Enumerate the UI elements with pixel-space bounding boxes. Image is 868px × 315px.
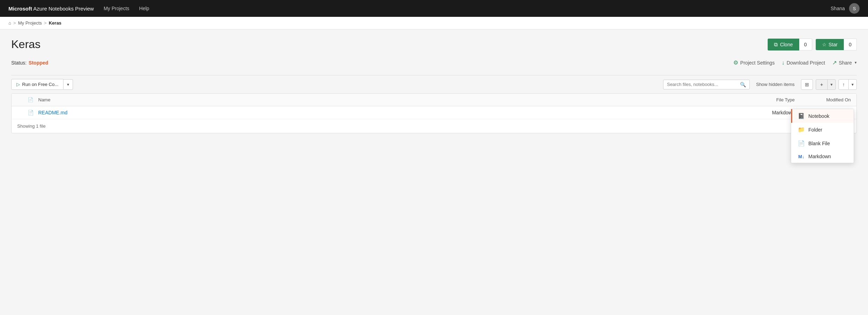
row-filetype: Markdown xyxy=(742,110,795,115)
add-group: + ▾ xyxy=(816,79,836,90)
upload-icon: ↑ xyxy=(842,82,845,87)
project-settings-label: Project Settings xyxy=(740,60,775,66)
dropdown-item-folder[interactable]: 📁 Folder xyxy=(791,123,854,136)
status-actions: ⚙ Project Settings ↓ Download Project ↗ … xyxy=(733,59,857,66)
clone-label: Clone xyxy=(780,42,793,47)
run-caret-button[interactable]: ▾ xyxy=(64,79,73,90)
share-button[interactable]: ↗ Share ▾ xyxy=(832,59,857,66)
brand-microsoft: Microsoft xyxy=(8,6,32,12)
grid-view-button[interactable]: ⊞ xyxy=(801,79,813,90)
star-label: Star xyxy=(829,42,838,47)
status-bar: Status: Stopped ⚙ Project Settings ↓ Dow… xyxy=(11,56,857,69)
breadcrumb-current: Keras xyxy=(49,20,61,26)
clone-icon: ⧉ xyxy=(774,41,778,48)
table-row: 📄 README.md Markdown Feb 10, 20 xyxy=(12,106,856,119)
col-icon-header: 📄 xyxy=(28,97,38,102)
dropdown-menu: 📓 Notebook 📁 Folder 📄 Blank File M↓ Mark… xyxy=(791,109,854,163)
breadcrumb-sep-1: > xyxy=(13,20,16,26)
file-icon: 📄 xyxy=(28,110,34,115)
status-label: Status: xyxy=(11,60,27,66)
notebook-label: Notebook xyxy=(808,113,829,119)
table-header: 📄 Name File Type Modified On xyxy=(12,94,856,106)
main-content: Keras ⧉ Clone 0 ☆ Star 0 Status: Stopped… xyxy=(0,29,868,315)
star-button[interactable]: ☆ Star xyxy=(816,39,844,50)
project-title: Keras xyxy=(11,38,41,51)
clone-count: 0 xyxy=(799,39,812,51)
star-count: 0 xyxy=(844,39,857,51)
upload-caret-icon: ▾ xyxy=(852,82,854,87)
toolbar-right: 🔍 Show hidden items ⊞ + ▾ ↑ ▾ xyxy=(663,79,857,90)
breadcrumb: ⌂ > My Projects > Keras xyxy=(0,17,868,29)
search-input[interactable] xyxy=(667,82,737,87)
col-filetype-header: File Type xyxy=(742,97,795,102)
notebook-icon: 📓 xyxy=(798,113,805,119)
download-icon: ↓ xyxy=(782,60,784,66)
home-icon[interactable]: ⌂ xyxy=(8,20,11,26)
add-caret-icon: ▾ xyxy=(830,82,833,87)
row-filename[interactable]: README.md xyxy=(38,110,742,115)
search-box: 🔍 xyxy=(663,80,750,89)
search-icon: 🔍 xyxy=(740,82,746,87)
navbar-right: Shana S xyxy=(831,3,860,14)
row-file-icon: 📄 xyxy=(28,110,38,115)
download-project-button[interactable]: ↓ Download Project xyxy=(782,60,825,66)
avatar-initial: S xyxy=(853,6,856,11)
share-icon: ↗ xyxy=(832,59,837,66)
clone-button[interactable]: ⧉ Clone xyxy=(768,39,799,51)
folder-icon: 📁 xyxy=(798,126,805,133)
dropdown-item-markdown[interactable]: M↓ Markdown xyxy=(791,150,854,163)
run-label: Run on Free Co... xyxy=(22,82,58,87)
breadcrumb-sep-2: > xyxy=(44,20,47,26)
status-value: Stopped xyxy=(29,60,48,66)
file-icon-header: 📄 xyxy=(28,97,33,102)
file-table: 📄 Name File Type Modified On 📄 README.md… xyxy=(11,93,857,133)
nav-my-projects[interactable]: My Projects xyxy=(104,6,129,11)
navbar-left: Microsoft Azure Notebooks Preview My Pro… xyxy=(8,6,149,12)
share-caret-icon: ▾ xyxy=(855,60,857,65)
folder-label: Folder xyxy=(808,127,822,133)
toolbar-left: ▷ Run on Free Co... ▾ xyxy=(11,79,73,90)
navbar-brand: Microsoft Azure Notebooks Preview xyxy=(8,6,94,12)
brand-rest: Azure Notebooks Preview xyxy=(32,6,94,12)
grid-icon: ⊞ xyxy=(805,82,809,87)
upload-caret-button[interactable]: ▾ xyxy=(849,80,856,89)
showing-count: Showing 1 file xyxy=(12,119,856,133)
col-modified-header: Modified On xyxy=(795,97,851,102)
user-name: Shana xyxy=(831,6,845,11)
status-left: Status: Stopped xyxy=(11,60,48,66)
dropdown-item-notebook[interactable]: 📓 Notebook xyxy=(791,109,854,123)
share-label: Share xyxy=(839,60,852,66)
col-name-header: Name xyxy=(38,97,742,102)
dropdown-item-blank[interactable]: 📄 Blank File xyxy=(791,136,854,150)
breadcrumb-my-projects[interactable]: My Projects xyxy=(18,20,42,26)
settings-icon: ⚙ xyxy=(733,59,738,66)
add-button[interactable]: + xyxy=(816,80,828,89)
show-hidden-button[interactable]: Show hidden items xyxy=(753,80,798,89)
add-caret-button[interactable]: ▾ xyxy=(828,80,835,89)
run-button[interactable]: ▷ Run on Free Co... xyxy=(11,79,64,90)
play-icon: ▷ xyxy=(16,82,20,87)
download-label: Download Project xyxy=(787,60,825,66)
star-icon: ☆ xyxy=(822,42,827,47)
project-settings-button[interactable]: ⚙ Project Settings xyxy=(733,59,775,66)
upload-button[interactable]: ↑ xyxy=(839,80,849,89)
add-icon: + xyxy=(820,82,823,87)
nav-help[interactable]: Help xyxy=(139,6,149,11)
header-actions: ⧉ Clone 0 ☆ Star 0 xyxy=(768,39,857,51)
markdown-icon: M↓ xyxy=(798,154,805,159)
blank-label: Blank File xyxy=(808,141,830,146)
markdown-label: Markdown xyxy=(808,154,831,159)
blank-file-icon: 📄 xyxy=(798,140,805,147)
toolbar: ▷ Run on Free Co... ▾ 🔍 Show hidden item… xyxy=(11,75,857,93)
project-header: Keras ⧉ Clone 0 ☆ Star 0 xyxy=(11,38,857,51)
avatar[interactable]: S xyxy=(849,3,860,14)
upload-group: ↑ ▾ xyxy=(839,79,857,90)
run-caret-icon: ▾ xyxy=(67,82,69,87)
navbar: Microsoft Azure Notebooks Preview My Pro… xyxy=(0,0,868,17)
